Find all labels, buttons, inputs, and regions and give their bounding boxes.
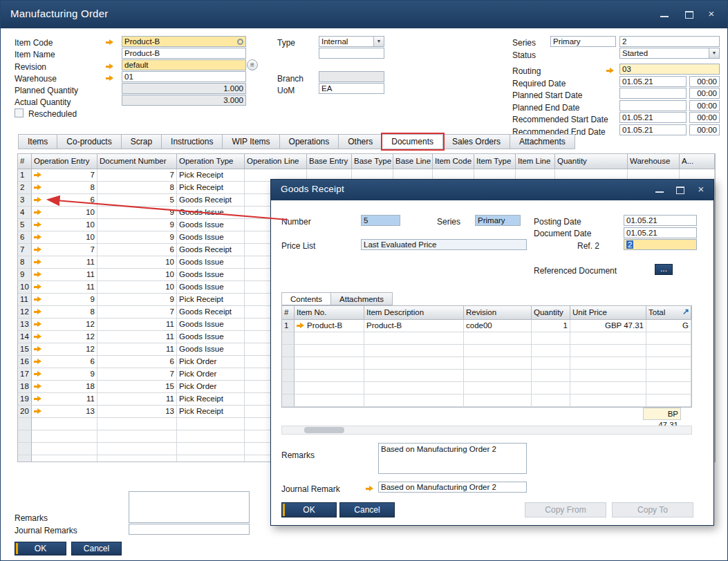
empty-cell[interactable] xyxy=(364,370,464,382)
operation-type-cell[interactable]: Goods Issue xyxy=(177,269,245,281)
journal-remarks-input[interactable] xyxy=(129,524,250,535)
operation-type-cell[interactable]: Pick Receipt xyxy=(177,182,245,194)
link-arrow-icon[interactable] xyxy=(606,68,615,74)
link-arrow-icon[interactable] xyxy=(34,296,42,303)
dialog-cancel-button[interactable]: Cancel xyxy=(339,502,395,517)
operation-type-cell[interactable]: Pick Order xyxy=(177,356,245,368)
empty-cell[interactable] xyxy=(570,345,646,357)
operation-entry-cell[interactable]: 7 xyxy=(32,244,97,256)
operation-entry-cell[interactable]: 11 xyxy=(32,281,97,294)
empty-cell[interactable] xyxy=(364,357,464,370)
planned-start-date-field[interactable] xyxy=(619,88,687,99)
grid-empty-row[interactable] xyxy=(282,345,691,357)
series-field[interactable]: Primary xyxy=(550,36,616,47)
tab-instructions[interactable]: Instructions xyxy=(162,134,223,149)
dialog-ok-button[interactable]: OK xyxy=(281,502,337,517)
empty-cell[interactable] xyxy=(282,332,295,345)
document-number-cell[interactable]: 11 xyxy=(97,393,177,406)
link-arrow-icon[interactable] xyxy=(34,272,42,278)
gr-tab-contents[interactable]: Contents xyxy=(281,292,331,305)
tab-sales-orders[interactable]: Sales Orders xyxy=(443,134,510,149)
document-number-cell[interactable]: 6 xyxy=(97,244,177,256)
empty-cell[interactable] xyxy=(295,332,364,345)
empty-cell[interactable] xyxy=(282,382,295,394)
document-number-cell[interactable]: 7 xyxy=(97,368,177,381)
operation-entry-cell[interactable]: 7 xyxy=(32,169,97,182)
operation-type-cell[interactable]: Goods Receipt xyxy=(177,244,245,256)
operation-entry-cell[interactable]: 11 xyxy=(32,393,97,406)
document-number-cell[interactable]: 6 xyxy=(97,356,177,368)
journal-remark-field[interactable]: Based on Manufacturing Order 2 xyxy=(378,482,527,493)
document-date-field[interactable]: 01.05.21 xyxy=(624,227,697,238)
dialog-remarks-input[interactable]: Based on Manufacturing Order 2 xyxy=(378,443,527,474)
recommended-start-date-field[interactable]: 01.05.21 xyxy=(619,112,687,123)
empty-cell[interactable] xyxy=(282,357,295,370)
routing-field[interactable]: 03 xyxy=(619,64,720,75)
grid-empty-row[interactable] xyxy=(282,332,691,345)
link-arrow-icon[interactable] xyxy=(106,39,114,46)
dialog-minimize-icon[interactable] xyxy=(651,185,668,198)
empty-cell[interactable] xyxy=(646,345,691,357)
planned-start-time-field[interactable]: 00:00 xyxy=(689,88,720,99)
document-number-cell[interactable]: 8 xyxy=(97,182,177,194)
empty-cell[interactable] xyxy=(295,345,364,357)
operation-entry-cell[interactable]: 12 xyxy=(32,331,97,343)
uom-field[interactable]: EA xyxy=(319,83,384,94)
document-number-cell[interactable]: 9 xyxy=(97,231,177,244)
operation-entry-cell[interactable]: 11 xyxy=(32,269,97,281)
operation-entry-cell[interactable]: 9 xyxy=(32,368,97,381)
planned-quantity-field[interactable]: 1.000 xyxy=(122,83,246,94)
operation-entry-cell[interactable]: 9 xyxy=(32,294,97,306)
empty-cell[interactable] xyxy=(646,382,691,394)
document-number-cell[interactable]: 10 xyxy=(97,256,177,269)
tab-co-products[interactable]: Co-products xyxy=(57,134,121,149)
link-arrow-icon[interactable] xyxy=(34,284,42,290)
empty-cell[interactable] xyxy=(646,370,691,382)
series-number-field[interactable]: 2 xyxy=(619,36,720,47)
empty-cell[interactable] xyxy=(295,370,364,382)
dialog-series-field[interactable]: Primary xyxy=(475,215,521,226)
operation-entry-cell[interactable]: 12 xyxy=(32,343,97,356)
document-number-cell[interactable]: 9 xyxy=(97,207,177,219)
empty-cell[interactable] xyxy=(570,394,646,407)
empty-cell[interactable] xyxy=(532,382,570,394)
item-name-field[interactable]: Product-B xyxy=(122,48,246,59)
number-field[interactable]: 5 xyxy=(361,215,400,226)
operation-type-cell[interactable]: Goods Receipt xyxy=(177,306,245,318)
price-list-field[interactable]: Last Evaluated Price xyxy=(361,239,527,250)
empty-cell[interactable] xyxy=(532,345,570,357)
tab-wip-items[interactable]: WIP Items xyxy=(223,134,279,149)
list-icon[interactable]: ≡ xyxy=(247,59,258,70)
tab-scrap[interactable]: Scrap xyxy=(122,134,162,149)
tab-attachments[interactable]: Attachments xyxy=(510,134,575,149)
branch-field[interactable] xyxy=(319,71,384,82)
ref2-field[interactable]: 2 xyxy=(624,239,697,250)
choose-from-list-icon[interactable] xyxy=(237,39,243,45)
operation-entry-cell[interactable]: 12 xyxy=(32,318,97,331)
empty-cell[interactable] xyxy=(464,345,532,357)
empty-cell[interactable] xyxy=(532,332,570,345)
empty-cell[interactable] xyxy=(364,382,464,394)
link-arrow-icon[interactable] xyxy=(34,234,42,240)
operation-type-cell[interactable]: Pick Order xyxy=(177,368,245,381)
operation-type-cell[interactable]: Goods Issue xyxy=(177,256,245,269)
link-arrow-icon[interactable] xyxy=(34,247,42,253)
document-number-cell[interactable]: 10 xyxy=(97,269,177,281)
operation-entry-cell[interactable]: 18 xyxy=(32,381,97,393)
dropdown-arrow-icon[interactable]: ▼ xyxy=(373,37,384,46)
empty-cell[interactable] xyxy=(570,382,646,394)
status-dropdown[interactable]: Started ▼ xyxy=(619,48,720,59)
document-number-cell[interactable]: 11 xyxy=(97,343,177,356)
document-number-cell[interactable]: 13 xyxy=(97,406,177,418)
operation-type-cell[interactable]: Goods Receipt xyxy=(177,194,245,207)
operation-entry-cell[interactable]: 8 xyxy=(32,306,97,318)
operation-entry-cell[interactable]: 11 xyxy=(32,256,97,269)
copy-from-button[interactable]: Copy From xyxy=(525,502,606,517)
operation-entry-cell[interactable]: 10 xyxy=(32,207,97,219)
link-arrow-icon[interactable] xyxy=(34,209,42,216)
operation-type-cell[interactable]: Goods Issue xyxy=(177,331,245,343)
tab-documents[interactable]: Documents xyxy=(382,134,443,149)
dialog-close-icon[interactable]: × xyxy=(693,184,709,196)
document-number-cell[interactable]: 10 xyxy=(97,281,177,294)
document-number-cell[interactable]: 9 xyxy=(97,219,177,231)
